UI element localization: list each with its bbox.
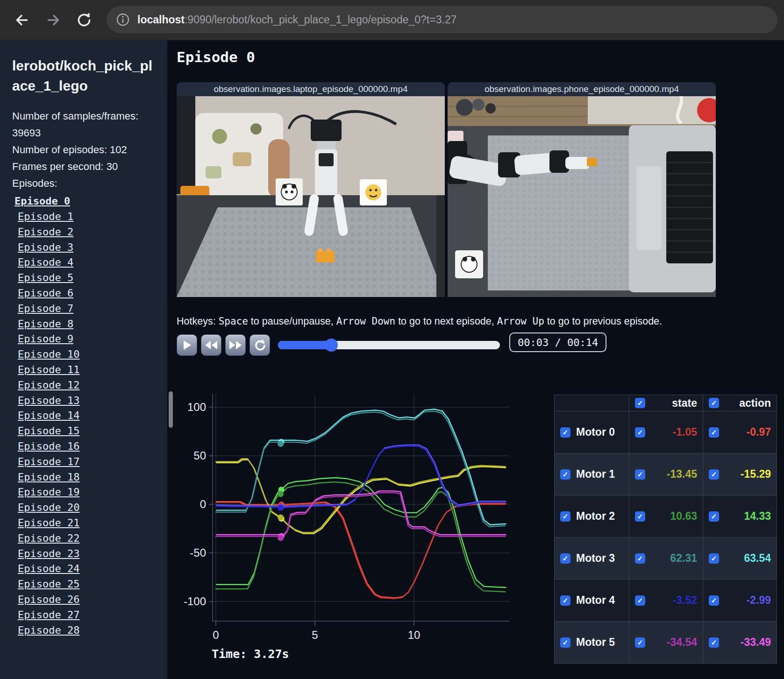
checkbox-checked[interactable]: ✓ xyxy=(709,553,719,564)
episode-link-15[interactable]: Episode 15 xyxy=(18,424,167,439)
rewind-button[interactable] xyxy=(201,334,221,356)
checkbox-checked[interactable]: ✓ xyxy=(560,469,570,480)
video-laptop-title: observation.images.laptop_episode_000000… xyxy=(177,82,445,96)
checkbox-checked[interactable]: ✓ xyxy=(709,469,719,480)
episode-link-8[interactable]: Episode 8 xyxy=(18,317,167,332)
episode-link-21[interactable]: Episode 21 xyxy=(18,516,167,531)
video-laptop-frame xyxy=(177,96,445,297)
episode-link-19[interactable]: Episode 19 xyxy=(18,485,167,500)
address-bar[interactable]: localhost:9090/lerobot/koch_pick_place_1… xyxy=(107,6,777,33)
current-dot-state-2 xyxy=(278,491,284,497)
y-tick-label: -50 xyxy=(190,546,206,559)
x-tick-label: 0 xyxy=(213,629,219,641)
episode-list: Episode 0Episode 1Episode 2Episode 3Epis… xyxy=(18,194,167,638)
header-cell-state: ✓state xyxy=(629,395,703,411)
play-button[interactable] xyxy=(177,334,197,356)
checkbox-checked[interactable]: ✓ xyxy=(709,398,719,408)
checkbox-checked[interactable]: ✓ xyxy=(635,637,645,648)
series-state-0 xyxy=(216,502,505,599)
checkbox-checked[interactable]: ✓ xyxy=(635,427,645,438)
time-display: 00:03 / 00:14 xyxy=(509,332,606,352)
episode-link-16[interactable]: Episode 16 xyxy=(18,439,167,454)
x-tick-label: 5 xyxy=(312,629,318,641)
hotkey-arrow-up: Arrow Up xyxy=(497,316,544,327)
motors-table-head: ✓state✓action xyxy=(555,395,777,411)
checkbox-checked[interactable]: ✓ xyxy=(709,427,719,438)
current-dot-state-1 xyxy=(278,514,284,520)
header-cell-action: ✓action xyxy=(703,395,777,411)
checkbox-checked[interactable]: ✓ xyxy=(635,553,645,564)
episode-link-20[interactable]: Episode 20 xyxy=(18,500,167,516)
back-icon[interactable] xyxy=(13,11,31,29)
stat-episodes: Number of episodes: 102 xyxy=(12,141,152,158)
checkbox-checked[interactable]: ✓ xyxy=(709,511,719,522)
checkbox-checked[interactable]: ✓ xyxy=(709,595,719,606)
forward-icon[interactable] xyxy=(44,11,62,29)
checkbox-checked[interactable]: ✓ xyxy=(709,637,719,648)
checkbox-checked[interactable]: ✓ xyxy=(635,595,645,606)
y-tick-label: -100 xyxy=(184,595,206,608)
loop-button[interactable] xyxy=(249,334,270,356)
reload-icon[interactable] xyxy=(75,11,93,29)
checkbox-checked[interactable]: ✓ xyxy=(635,511,645,522)
seek-slider[interactable] xyxy=(278,341,500,349)
episode-link-9[interactable]: Episode 9 xyxy=(18,332,167,347)
site-info-icon[interactable] xyxy=(116,13,130,27)
hotkeys-help: Hotkeys: Space to pause/unpause, Arrow D… xyxy=(177,316,662,327)
stat-samples: Number of samples/frames: 39693 xyxy=(12,108,152,141)
action-value: -15.29 xyxy=(741,468,771,481)
seek-slider-thumb[interactable] xyxy=(325,339,338,352)
y-tick-label: 100 xyxy=(187,401,206,413)
episode-link-6[interactable]: Episode 6 xyxy=(18,286,167,301)
video-laptop[interactable]: observation.images.laptop_episode_000000… xyxy=(177,82,445,297)
checkbox-checked[interactable]: ✓ xyxy=(560,595,570,606)
checkbox-checked[interactable]: ✓ xyxy=(560,511,570,522)
y-tick-label: 50 xyxy=(193,449,206,462)
episode-link-3[interactable]: Episode 3 xyxy=(18,240,167,255)
episode-link-10[interactable]: Episode 10 xyxy=(18,347,167,362)
checkbox-checked[interactable]: ✓ xyxy=(635,398,645,408)
motor-row-1: ✓Motor 1✓-13.45✓-15.29 xyxy=(555,453,777,495)
episode-link-4[interactable]: Episode 4 xyxy=(18,255,167,270)
motor-row-0: ✓Motor 0✓-1.05✓-0.97 xyxy=(555,411,777,453)
episode-link-0[interactable]: Episode 0 xyxy=(14,194,167,209)
episode-link-12[interactable]: Episode 12 xyxy=(18,378,167,393)
episode-link-28[interactable]: Episode 28 xyxy=(18,623,167,638)
action-value: -33.49 xyxy=(741,636,771,649)
browser-toolbar: localhost:9090/lerobot/koch_pick_place_1… xyxy=(0,0,784,40)
episode-link-18[interactable]: Episode 18 xyxy=(18,470,167,485)
episode-link-2[interactable]: Episode 2 xyxy=(18,225,167,240)
episode-link-14[interactable]: Episode 14 xyxy=(18,408,167,424)
play-icon xyxy=(182,340,192,351)
url-text: localhost:9090/lerobot/koch_pick_place_1… xyxy=(137,14,456,26)
fast-forward-button[interactable] xyxy=(225,334,246,356)
checkbox-checked[interactable]: ✓ xyxy=(560,637,570,648)
url-host: localhost xyxy=(137,14,185,26)
action-value: -0.97 xyxy=(747,426,771,439)
episodes-label: Episodes: xyxy=(12,175,152,192)
episode-link-25[interactable]: Episode 25 xyxy=(18,577,167,592)
hotkey-arrow-down: Arrow Down xyxy=(336,316,395,327)
episode-link-13[interactable]: Episode 13 xyxy=(18,393,167,409)
checkbox-checked[interactable]: ✓ xyxy=(560,427,570,438)
checkbox-checked[interactable]: ✓ xyxy=(635,469,645,480)
episode-link-11[interactable]: Episode 11 xyxy=(18,362,167,378)
episode-link-22[interactable]: Episode 22 xyxy=(18,531,167,546)
state-value: -34.54 xyxy=(667,636,697,649)
episode-link-1[interactable]: Episode 1 xyxy=(18,209,167,225)
state-value: 62.31 xyxy=(670,552,697,565)
episode-link-26[interactable]: Episode 26 xyxy=(18,592,167,608)
episode-link-23[interactable]: Episode 23 xyxy=(18,546,167,562)
dataset-stats: Number of samples/frames: 39693 Number o… xyxy=(12,108,167,192)
episode-link-24[interactable]: Episode 24 xyxy=(18,561,167,577)
motor-chart[interactable]: 0510100500-50-100 xyxy=(172,362,518,661)
episode-link-5[interactable]: Episode 5 xyxy=(18,270,167,286)
episode-link-27[interactable]: Episode 27 xyxy=(18,608,167,623)
motor-label: Motor 3 xyxy=(576,552,615,565)
checkbox-checked[interactable]: ✓ xyxy=(560,553,570,564)
episode-link-7[interactable]: Episode 7 xyxy=(18,301,167,317)
motor-row-3: ✓Motor 3✓62.31✓63.54 xyxy=(555,538,777,580)
current-dot-state-5 xyxy=(278,535,284,541)
episode-link-17[interactable]: Episode 17 xyxy=(18,454,167,470)
video-phone[interactable]: observation.images.phone_episode_000000.… xyxy=(448,82,716,297)
